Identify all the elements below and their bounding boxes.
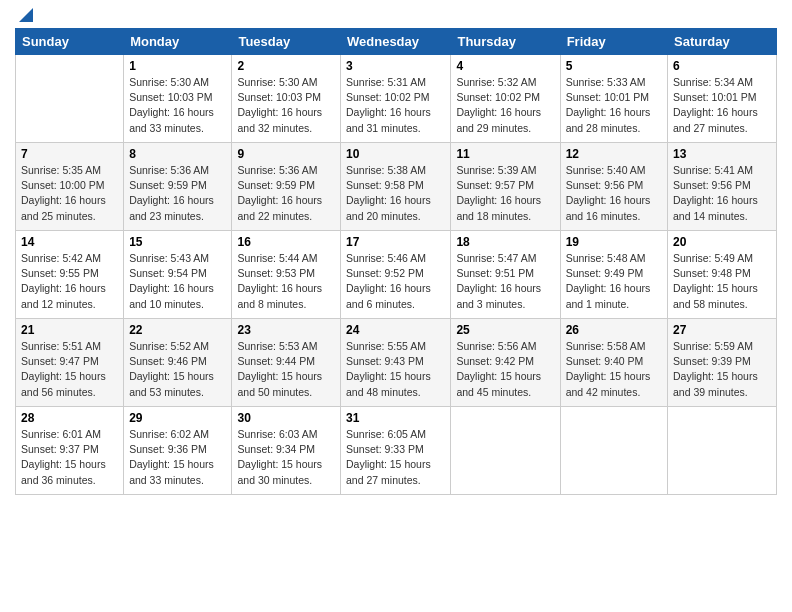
day-number: 11 [456, 147, 554, 161]
calendar-cell: 29Sunrise: 6:02 AM Sunset: 9:36 PM Dayli… [124, 407, 232, 495]
calendar-cell: 26Sunrise: 5:58 AM Sunset: 9:40 PM Dayli… [560, 319, 667, 407]
day-number: 13 [673, 147, 771, 161]
day-info: Sunrise: 5:55 AM Sunset: 9:43 PM Dayligh… [346, 339, 445, 400]
day-number: 2 [237, 59, 335, 73]
calendar-cell: 27Sunrise: 5:59 AM Sunset: 9:39 PM Dayli… [668, 319, 777, 407]
calendar-cell: 28Sunrise: 6:01 AM Sunset: 9:37 PM Dayli… [16, 407, 124, 495]
day-number: 31 [346, 411, 445, 425]
logo [15, 10, 35, 24]
calendar-cell: 17Sunrise: 5:46 AM Sunset: 9:52 PM Dayli… [341, 231, 451, 319]
calendar-cell [451, 407, 560, 495]
day-number: 5 [566, 59, 662, 73]
day-info: Sunrise: 5:41 AM Sunset: 9:56 PM Dayligh… [673, 163, 771, 224]
calendar-cell: 8Sunrise: 5:36 AM Sunset: 9:59 PM Daylig… [124, 143, 232, 231]
calendar-cell: 7Sunrise: 5:35 AM Sunset: 10:00 PM Dayli… [16, 143, 124, 231]
header-row: SundayMondayTuesdayWednesdayThursdayFrid… [16, 29, 777, 55]
day-number: 28 [21, 411, 118, 425]
day-number: 17 [346, 235, 445, 249]
calendar-body: 1Sunrise: 5:30 AM Sunset: 10:03 PM Dayli… [16, 55, 777, 495]
day-number: 16 [237, 235, 335, 249]
day-of-week-header: Wednesday [341, 29, 451, 55]
calendar-cell: 19Sunrise: 5:48 AM Sunset: 9:49 PM Dayli… [560, 231, 667, 319]
day-info: Sunrise: 5:36 AM Sunset: 9:59 PM Dayligh… [129, 163, 226, 224]
day-number: 18 [456, 235, 554, 249]
day-info: Sunrise: 5:47 AM Sunset: 9:51 PM Dayligh… [456, 251, 554, 312]
calendar-cell: 3Sunrise: 5:31 AM Sunset: 10:02 PM Dayli… [341, 55, 451, 143]
day-info: Sunrise: 6:01 AM Sunset: 9:37 PM Dayligh… [21, 427, 118, 488]
header [15, 10, 777, 24]
day-number: 21 [21, 323, 118, 337]
calendar-cell: 18Sunrise: 5:47 AM Sunset: 9:51 PM Dayli… [451, 231, 560, 319]
day-info: Sunrise: 5:33 AM Sunset: 10:01 PM Daylig… [566, 75, 662, 136]
day-number: 25 [456, 323, 554, 337]
day-info: Sunrise: 5:44 AM Sunset: 9:53 PM Dayligh… [237, 251, 335, 312]
day-info: Sunrise: 5:38 AM Sunset: 9:58 PM Dayligh… [346, 163, 445, 224]
day-number: 23 [237, 323, 335, 337]
day-info: Sunrise: 5:30 AM Sunset: 10:03 PM Daylig… [237, 75, 335, 136]
day-number: 22 [129, 323, 226, 337]
calendar-cell: 15Sunrise: 5:43 AM Sunset: 9:54 PM Dayli… [124, 231, 232, 319]
calendar-cell: 9Sunrise: 5:36 AM Sunset: 9:59 PM Daylig… [232, 143, 341, 231]
day-info: Sunrise: 5:56 AM Sunset: 9:42 PM Dayligh… [456, 339, 554, 400]
day-info: Sunrise: 5:39 AM Sunset: 9:57 PM Dayligh… [456, 163, 554, 224]
calendar-cell: 16Sunrise: 5:44 AM Sunset: 9:53 PM Dayli… [232, 231, 341, 319]
day-number: 24 [346, 323, 445, 337]
day-info: Sunrise: 5:31 AM Sunset: 10:02 PM Daylig… [346, 75, 445, 136]
calendar-cell: 1Sunrise: 5:30 AM Sunset: 10:03 PM Dayli… [124, 55, 232, 143]
day-info: Sunrise: 5:58 AM Sunset: 9:40 PM Dayligh… [566, 339, 662, 400]
day-info: Sunrise: 5:36 AM Sunset: 9:59 PM Dayligh… [237, 163, 335, 224]
day-number: 29 [129, 411, 226, 425]
day-number: 19 [566, 235, 662, 249]
day-info: Sunrise: 5:34 AM Sunset: 10:01 PM Daylig… [673, 75, 771, 136]
day-of-week-header: Friday [560, 29, 667, 55]
day-number: 20 [673, 235, 771, 249]
day-number: 9 [237, 147, 335, 161]
day-number: 10 [346, 147, 445, 161]
day-number: 3 [346, 59, 445, 73]
calendar-week-row: 7Sunrise: 5:35 AM Sunset: 10:00 PM Dayli… [16, 143, 777, 231]
day-info: Sunrise: 5:40 AM Sunset: 9:56 PM Dayligh… [566, 163, 662, 224]
day-number: 8 [129, 147, 226, 161]
day-number: 30 [237, 411, 335, 425]
day-info: Sunrise: 5:48 AM Sunset: 9:49 PM Dayligh… [566, 251, 662, 312]
calendar-cell [560, 407, 667, 495]
calendar-cell: 23Sunrise: 5:53 AM Sunset: 9:44 PM Dayli… [232, 319, 341, 407]
day-info: Sunrise: 5:42 AM Sunset: 9:55 PM Dayligh… [21, 251, 118, 312]
calendar-cell: 4Sunrise: 5:32 AM Sunset: 10:02 PM Dayli… [451, 55, 560, 143]
day-info: Sunrise: 5:43 AM Sunset: 9:54 PM Dayligh… [129, 251, 226, 312]
calendar-cell: 25Sunrise: 5:56 AM Sunset: 9:42 PM Dayli… [451, 319, 560, 407]
day-number: 14 [21, 235, 118, 249]
day-number: 27 [673, 323, 771, 337]
calendar-cell: 14Sunrise: 5:42 AM Sunset: 9:55 PM Dayli… [16, 231, 124, 319]
calendar-cell: 24Sunrise: 5:55 AM Sunset: 9:43 PM Dayli… [341, 319, 451, 407]
calendar-cell [668, 407, 777, 495]
day-info: Sunrise: 5:49 AM Sunset: 9:48 PM Dayligh… [673, 251, 771, 312]
day-number: 12 [566, 147, 662, 161]
day-info: Sunrise: 5:35 AM Sunset: 10:00 PM Daylig… [21, 163, 118, 224]
day-number: 7 [21, 147, 118, 161]
calendar-cell [16, 55, 124, 143]
calendar-cell: 12Sunrise: 5:40 AM Sunset: 9:56 PM Dayli… [560, 143, 667, 231]
svg-marker-0 [19, 8, 33, 22]
calendar-cell: 22Sunrise: 5:52 AM Sunset: 9:46 PM Dayli… [124, 319, 232, 407]
calendar-table: SundayMondayTuesdayWednesdayThursdayFrid… [15, 28, 777, 495]
calendar-cell: 20Sunrise: 5:49 AM Sunset: 9:48 PM Dayli… [668, 231, 777, 319]
calendar-cell: 31Sunrise: 6:05 AM Sunset: 9:33 PM Dayli… [341, 407, 451, 495]
day-of-week-header: Monday [124, 29, 232, 55]
day-info: Sunrise: 5:32 AM Sunset: 10:02 PM Daylig… [456, 75, 554, 136]
day-info: Sunrise: 6:02 AM Sunset: 9:36 PM Dayligh… [129, 427, 226, 488]
calendar-week-row: 14Sunrise: 5:42 AM Sunset: 9:55 PM Dayli… [16, 231, 777, 319]
calendar-cell: 2Sunrise: 5:30 AM Sunset: 10:03 PM Dayli… [232, 55, 341, 143]
day-info: Sunrise: 5:46 AM Sunset: 9:52 PM Dayligh… [346, 251, 445, 312]
day-info: Sunrise: 5:59 AM Sunset: 9:39 PM Dayligh… [673, 339, 771, 400]
day-info: Sunrise: 5:30 AM Sunset: 10:03 PM Daylig… [129, 75, 226, 136]
day-info: Sunrise: 6:03 AM Sunset: 9:34 PM Dayligh… [237, 427, 335, 488]
day-of-week-header: Sunday [16, 29, 124, 55]
day-of-week-header: Saturday [668, 29, 777, 55]
day-number: 6 [673, 59, 771, 73]
calendar-cell: 10Sunrise: 5:38 AM Sunset: 9:58 PM Dayli… [341, 143, 451, 231]
day-number: 4 [456, 59, 554, 73]
calendar-cell: 30Sunrise: 6:03 AM Sunset: 9:34 PM Dayli… [232, 407, 341, 495]
calendar-week-row: 21Sunrise: 5:51 AM Sunset: 9:47 PM Dayli… [16, 319, 777, 407]
calendar-header: SundayMondayTuesdayWednesdayThursdayFrid… [16, 29, 777, 55]
